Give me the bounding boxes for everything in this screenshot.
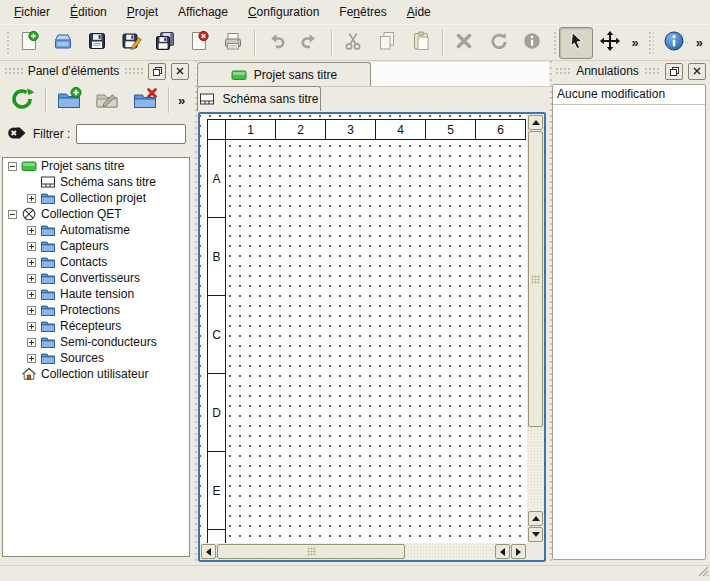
qelectrotech-window: FichierÉditionProjetAffichageConfigurati… <box>0 0 710 581</box>
main-toolbar: » » <box>0 24 710 61</box>
filter-input[interactable] <box>76 124 186 144</box>
undo-panel: Annulations Aucune modification <box>551 61 710 565</box>
tree-item-label: Récepteurs <box>60 319 121 333</box>
tree-item-capteurs[interactable]: Capteurs <box>3 238 189 254</box>
tree-item-haute-tension[interactable]: Haute tension <box>3 286 189 302</box>
tree-item-collection-qet[interactable]: Collection QET <box>3 206 189 222</box>
toolbar-drag-handle[interactable] <box>552 30 556 56</box>
collapse-icon[interactable] <box>8 162 17 171</box>
expand-icon[interactable] <box>27 242 36 251</box>
scroll-up-button[interactable] <box>528 115 543 130</box>
copy-button[interactable] <box>370 27 404 59</box>
expand-icon[interactable] <box>27 290 36 299</box>
menu-fichier[interactable]: Fichier <box>4 2 60 22</box>
toolbar-separator <box>168 87 169 113</box>
horizontal-scrollbar[interactable] <box>200 543 527 560</box>
expand-icon[interactable] <box>27 274 36 283</box>
scroll-right-button[interactable] <box>511 544 526 559</box>
elements-panel-titlebar[interactable]: Panel d'éléments <box>0 61 193 81</box>
close-panel-button[interactable] <box>688 63 706 80</box>
resize-grip-icon[interactable] <box>696 564 709 580</box>
vertical-scrollbar[interactable] <box>527 114 544 543</box>
scroll-down-button[interactable] <box>528 527 543 542</box>
menu-affichage[interactable]: Affichage <box>168 2 238 22</box>
tree-item-label: Schéma sans titre <box>60 175 156 189</box>
tree-item-collection-projet[interactable]: Collection projet <box>3 190 189 206</box>
tree-item-schema-sans-titre[interactable]: Schéma sans titre <box>3 174 189 190</box>
tree-item-protections[interactable]: Protections <box>3 302 189 318</box>
expand-icon[interactable] <box>27 322 36 331</box>
close-file-button[interactable] <box>182 27 216 59</box>
scroll-left-button-2[interactable] <box>495 544 510 559</box>
selection-mode-button[interactable] <box>559 27 593 59</box>
paste-button[interactable] <box>404 27 438 59</box>
tree-item-recepteurs[interactable]: Récepteurs <box>3 318 189 334</box>
close-panel-button[interactable] <box>171 63 189 80</box>
expand-icon[interactable] <box>27 194 36 203</box>
tree-item-contacts[interactable]: Contacts <box>3 254 189 270</box>
menu-bar: FichierÉditionProjetAffichageConfigurati… <box>0 0 710 24</box>
tree-item-label: Semi-conducteurs <box>60 335 157 349</box>
new-document-button[interactable] <box>12 27 46 59</box>
clear-filter-icon[interactable] <box>7 123 27 146</box>
undo-button[interactable] <box>259 27 293 59</box>
open-document-button[interactable] <box>46 27 80 59</box>
element-info-button[interactable] <box>515 27 549 59</box>
diagram-scene[interactable]: 123456 ABCDE <box>200 114 527 543</box>
save-all-button[interactable] <box>148 27 182 59</box>
float-panel-button[interactable] <box>148 63 166 80</box>
menu-projet[interactable]: Projet <box>117 2 168 22</box>
edit-category-button[interactable] <box>88 82 126 118</box>
project-icon <box>21 158 37 174</box>
menu-aide[interactable]: Aide <box>397 2 441 22</box>
scroll-up-button-2[interactable] <box>528 511 543 526</box>
undo-list-item[interactable]: Aucune modification <box>553 85 705 105</box>
cut-button[interactable] <box>336 27 370 59</box>
expand-icon[interactable] <box>27 226 36 235</box>
delete-button[interactable] <box>447 27 481 59</box>
save-as-button[interactable] <box>114 27 148 59</box>
tree-item-sources[interactable]: Sources <box>3 350 189 366</box>
expand-icon[interactable] <box>27 306 36 315</box>
toolbar-overflow-button[interactable]: » <box>627 35 644 50</box>
toolbar2-overflow-button[interactable]: » <box>691 35 708 50</box>
tree-item-projet-sans-titre[interactable]: Projet sans titre <box>3 158 189 174</box>
menu-edition[interactable]: Édition <box>60 2 117 22</box>
new-document-icon <box>18 30 40 55</box>
tree-item-automatisme[interactable]: Automatisme <box>3 222 189 238</box>
menu-fenetres[interactable]: Fenêtres <box>329 2 396 22</box>
undo-panel-titlebar[interactable]: Annulations <box>551 61 710 81</box>
panel-overflow-button[interactable]: » <box>173 93 190 108</box>
float-panel-button[interactable] <box>665 63 683 80</box>
tree-item-semi-conducteurs[interactable]: Semi-conducteurs <box>3 334 189 350</box>
horizontal-scroll-thumb[interactable] <box>217 544 405 559</box>
expand-icon[interactable] <box>27 338 36 347</box>
redo-icon <box>299 30 321 55</box>
schema-tab[interactable]: Schéma sans titre <box>197 86 321 111</box>
row-header-D: D <box>207 373 226 452</box>
print-button[interactable] <box>216 27 250 59</box>
vertical-scroll-thumb[interactable] <box>528 131 543 427</box>
reload-collections-button[interactable] <box>3 82 41 118</box>
about-info-button[interactable] <box>657 27 691 59</box>
toolbar-separator <box>254 30 255 56</box>
tree-item-collection-utilisateur[interactable]: Collection utilisateur <box>3 366 189 382</box>
expand-icon[interactable] <box>27 354 36 363</box>
tree-item-label: Contacts <box>60 255 107 269</box>
new-category-button[interactable] <box>50 82 88 118</box>
save-button[interactable] <box>80 27 114 59</box>
rotate-button[interactable] <box>481 27 515 59</box>
scroll-left-button[interactable] <box>201 544 216 559</box>
delete-category-button[interactable] <box>126 82 164 118</box>
toolbar-drag-handle[interactable] <box>5 30 9 56</box>
pan-mode-button[interactable] <box>593 27 627 59</box>
row-header-A: A <box>207 139 226 218</box>
toolbar-drag-handle[interactable] <box>647 30 654 56</box>
collapse-icon[interactable] <box>8 210 17 219</box>
undo-icon <box>265 30 287 55</box>
expand-icon[interactable] <box>27 258 36 267</box>
project-tab[interactable]: Projet sans titre <box>197 62 371 86</box>
tree-item-convertisseurs[interactable]: Convertisseurs <box>3 270 189 286</box>
redo-button[interactable] <box>293 27 327 59</box>
menu-configuration[interactable]: Configuration <box>238 2 329 22</box>
